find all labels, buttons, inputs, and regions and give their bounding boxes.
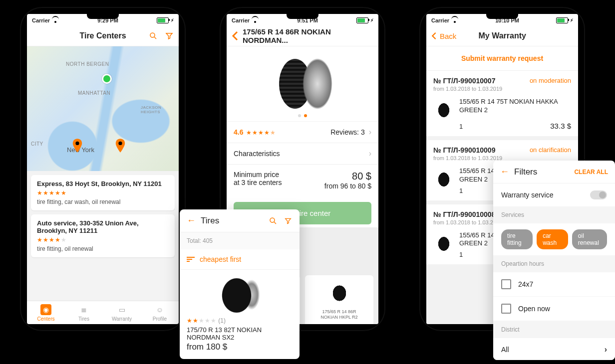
product-image[interactable] [227, 46, 378, 122]
chip-tire-fitting[interactable]: tire fitting [501, 229, 533, 249]
map-label: North Bergen [66, 61, 109, 67]
map-label: JACKSON HEIGHTS [141, 105, 179, 114]
thumb-label: NOKIAN HKPL R2 [320, 315, 357, 320]
rating-value: 4.6 [234, 128, 243, 136]
toggle-switch[interactable] [590, 190, 607, 199]
thumb-label: 175/65 R 14 86R [322, 309, 356, 314]
center-card[interactable]: Express, 83 Hoyt St, Brooklyn, NY 11201 … [31, 175, 175, 210]
svg-point-2 [75, 142, 79, 145]
tab-centers[interactable]: ◉Centers [27, 301, 65, 324]
sort-icon [187, 256, 195, 262]
related-item[interactable]: 175/65 R 14 86RNOKIAN HKPL R2 [305, 275, 373, 324]
map-pin[interactable] [115, 139, 126, 153]
rating-stars: ★★★★★ [246, 129, 276, 136]
map-label: MANHATTAN [78, 90, 110, 96]
product-price: from 180 $ [180, 341, 300, 359]
rating-row[interactable]: 4.6★★★★★ Reviews: 3› [227, 122, 378, 143]
page-title: My Warranty [456, 31, 548, 40]
warranty-dates: from 1.03.2018 to 1.03.2019 [433, 86, 571, 92]
phone-centers: Carrier 9:29 PM ⚡︎ Tire Centers North Be… [20, 7, 186, 331]
carrier-label: Carrier [232, 17, 250, 23]
chevron-right-icon: › [369, 149, 371, 158]
charge-icon: ⚡︎ [570, 18, 573, 23]
map-pin[interactable] [72, 139, 83, 153]
hours-open-now-row[interactable]: Open now [493, 297, 615, 321]
checkbox[interactable] [501, 279, 511, 289]
battery-icon [356, 17, 368, 23]
hours-24x7-row[interactable]: 24x7 [493, 272, 615, 297]
tab-bar: ◉Centers ≣Tires ▭Warranty ☺Profile [27, 301, 179, 324]
page-title: 175/65 R 14 86R NOKIAN NORDMAN... [243, 27, 373, 44]
carrier-label: Carrier [32, 17, 50, 23]
row-label: Warranty service [501, 191, 554, 199]
tire-icon [433, 231, 454, 256]
tab-label: Profile [153, 316, 167, 322]
price-range: from 96 to 80 $ [324, 182, 371, 190]
product-name: 175/70 R 13 82T NOKIAN NORDMAN SX2 [180, 324, 300, 341]
tab-label: Tires [78, 316, 89, 322]
quantity: 1 [459, 123, 463, 130]
navbar: 175/65 R 14 86R NOKIAN NORDMAN... [227, 26, 378, 46]
chip-car-wash[interactable]: car wash [537, 229, 568, 249]
warranty-number: № ГТ/Л-990010009 [433, 146, 495, 154]
price: 33.3 $ [550, 122, 571, 130]
back-button[interactable] [232, 31, 239, 41]
chip-oil-renewal[interactable]: oil renewal [572, 229, 607, 249]
tab-tires[interactable]: ≣Tires [65, 301, 103, 324]
rating-row: ★★★★★ (1) [180, 317, 300, 324]
center-services: tire fitting, oil renewal [37, 245, 169, 252]
user-location-pin [102, 74, 112, 84]
search-icon[interactable] [269, 216, 278, 225]
row-label: Open now [518, 305, 550, 313]
back-label: Back [440, 32, 456, 40]
warranty-toggle-row[interactable]: Warranty service [493, 183, 615, 206]
tab-profile[interactable]: ☺Profile [141, 301, 179, 324]
rating-count: (1) [218, 317, 226, 324]
submit-warranty-button[interactable]: Submit warranty request [426, 46, 578, 71]
warranty-number: № ГТ/Л-990010008 [433, 210, 495, 218]
product-image[interactable] [210, 277, 270, 314]
min-price-sub: at 3 tire centers [234, 179, 282, 186]
rating-stars: ★★★★★ [37, 189, 169, 196]
panel-title: Filters [514, 167, 574, 177]
tire-icon [327, 279, 351, 307]
price-row: Minimum priceat 3 tire centers 80 $from … [227, 165, 378, 196]
navbar: Back My Warranty [426, 26, 578, 46]
map[interactable]: North Bergen MANHATTAN JACKSON HEIGHTS C… [27, 46, 179, 171]
battery-icon [556, 17, 568, 23]
notch [287, 14, 318, 19]
svg-point-0 [150, 33, 155, 37]
section-header: Services [493, 206, 615, 223]
product-name: 155/65 R 14 75T NOKIAN HAKKA GREEN 2 [459, 98, 571, 115]
section-header: District [493, 321, 615, 338]
center-name: Express, 83 Hoyt St, Brooklyn, NY 11201 [37, 180, 169, 187]
search-icon[interactable] [149, 31, 158, 40]
tab-warranty[interactable]: ▭Warranty [103, 301, 141, 324]
characteristics-row[interactable]: Characteristics › [227, 143, 378, 165]
battery-icon [157, 17, 169, 23]
checkbox[interactable] [501, 304, 511, 314]
notch [486, 14, 518, 19]
carousel-dots[interactable] [298, 114, 307, 117]
clear-all-button[interactable]: CLEAR ALL [574, 169, 608, 176]
svg-point-3 [118, 142, 122, 145]
sort-row[interactable]: cheapest first [180, 249, 300, 270]
tires-panel: ← Tires Total: 405 cheapest first ★★★★★ … [180, 209, 300, 359]
filter-icon[interactable] [165, 31, 174, 40]
chevron-right-icon: › [369, 128, 371, 137]
sort-label: cheapest first [200, 255, 241, 263]
warranty-card[interactable]: № ГТ/Л-990010007on moderation from 1.03.… [426, 71, 578, 140]
notch [87, 14, 119, 19]
wifi-icon [252, 18, 259, 23]
service-chips: tire fitting car wash oil renewal [493, 223, 615, 255]
row-label: 24x7 [518, 280, 533, 288]
wifi-icon [451, 18, 458, 23]
district-row[interactable]: All › [493, 338, 615, 360]
filter-icon[interactable] [284, 216, 293, 225]
rating-stars: ★★★★★ [37, 236, 169, 243]
back-icon[interactable]: ← [500, 167, 509, 177]
center-card[interactable]: Auto service, 330-352 Union Ave, Brookly… [31, 214, 175, 257]
back-icon[interactable]: ← [187, 215, 196, 226]
section-header: Opeartion hours [493, 255, 615, 272]
back-button[interactable]: Back [431, 31, 456, 40]
